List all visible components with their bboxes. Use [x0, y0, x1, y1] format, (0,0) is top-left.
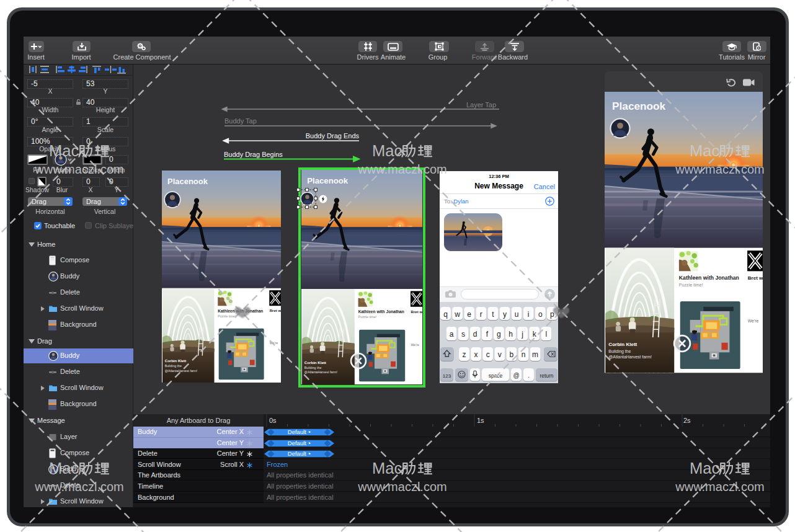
svg-text:@: @	[513, 372, 519, 379]
svg-text:g: g	[497, 330, 501, 339]
svg-text:Layer Tap: Layer Tap	[466, 101, 496, 109]
svg-text:k: k	[533, 330, 537, 339]
svg-text:return: return	[540, 373, 553, 379]
svg-text:Buddy Drag Begins: Buddy Drag Begins	[224, 151, 283, 158]
svg-text:q: q	[443, 310, 448, 319]
svg-text:e: e	[467, 310, 471, 319]
svg-text:j: j	[521, 330, 523, 339]
svg-text:r: r	[480, 310, 482, 319]
svg-text:z: z	[463, 350, 466, 359]
svg-text:b: b	[510, 350, 514, 359]
svg-text:Default ‣: Default ‣	[288, 428, 311, 435]
svg-text:Buddy Drag Ends: Buddy Drag Ends	[306, 132, 360, 140]
svg-text:y: y	[503, 310, 507, 319]
svg-text:Buddy Tap: Buddy Tap	[224, 117, 257, 125]
svg-text:c: c	[486, 350, 490, 359]
svg-text:p: p	[550, 310, 554, 319]
svg-text:n: n	[522, 350, 526, 359]
svg-text:123: 123	[443, 373, 451, 379]
svg-text:m: m	[532, 350, 538, 359]
svg-text:h: h	[509, 330, 513, 339]
svg-text:x: x	[474, 350, 478, 359]
svg-text:a: a	[450, 330, 454, 339]
svg-text:w: w	[454, 310, 460, 319]
svg-text:d: d	[473, 330, 477, 339]
svg-text:Default ‣: Default ‣	[288, 440, 311, 446]
svg-text:Default ‣: Default ‣	[288, 450, 311, 457]
svg-text:i: i	[528, 310, 530, 319]
svg-text:.: .	[528, 371, 530, 379]
svg-text:o: o	[538, 310, 543, 319]
svg-text:v: v	[498, 350, 502, 359]
svg-text:l: l	[545, 330, 547, 339]
svg-text:space: space	[489, 373, 503, 379]
svg-text:u: u	[515, 310, 519, 319]
svg-text:s: s	[461, 330, 465, 339]
